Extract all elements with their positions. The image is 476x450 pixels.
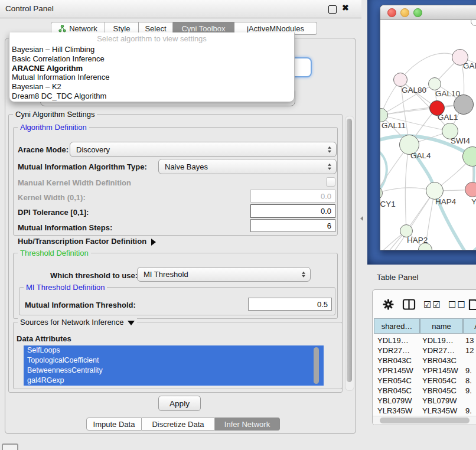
table-cell[interactable]: YDR27… [422,346,455,355]
algorithm-option[interactable]: Basic Correlation Inference [12,54,289,64]
algorithm-option[interactable]: Bayesian – Hill Climbing [12,45,289,54]
column-header-label: name [432,322,451,331]
list-item[interactable]: TopologicalCoefficient [24,356,324,366]
which-threshold-value: MI Threshold [144,270,188,279]
tab-impute-data-label: Impute Data [93,420,135,429]
control-panel-titlebar: Control Panel ✖ [0,0,361,18]
kernel-width-value: 0.0 [321,192,331,201]
mi-threshold-field[interactable]: 0.5 [248,298,332,311]
algorithm-option[interactable]: Bayesian – K2 [12,82,289,92]
export-table-icon[interactable] [468,298,476,314]
table-cell[interactable]: 12 [465,346,474,355]
tab-discretize-data[interactable]: Discretize Data [142,418,215,431]
tab-cyni-toolbox-label: Cyni Toolbox [181,24,225,33]
horizontal-scrollbar[interactable] [373,416,476,425]
list-item[interactable]: gal4RGexp [24,376,324,386]
settings-scrollbar[interactable] [345,116,354,391]
table-cell[interactable]: YPR145W [377,366,413,375]
table-cell[interactable]: YDL19… [422,336,454,345]
network-canvas[interactable]: GAL GAL80 GAL10 GAL1 GAL11 SWI4 GAL4 HAP… [380,20,476,250]
table-cell[interactable]: YBR043C [422,356,457,365]
column-header-clipped[interactable]: A [463,318,476,334]
network-window-titlebar[interactable] [380,5,476,20]
table-cell[interactable]: 13 [465,336,474,345]
algorithm-option-selected[interactable]: ARACNE Algorithm [12,64,289,73]
hub-definition-toggle[interactable]: Hub/Transcription Factor Definition [18,237,156,246]
hide-columns-icon[interactable]: ☐☐ [448,299,467,310]
apply-button-label: Apply [169,399,190,408]
settings-scrollbar-thumb[interactable] [347,119,352,382]
table-cell[interactable]: YLR345W [422,406,457,415]
mi-steps-label: Mutual Information Steps: [18,223,112,232]
float-window-icon[interactable] [328,5,337,14]
apply-button[interactable]: Apply [158,396,201,411]
tab-infer-network[interactable]: Infer Network [215,418,280,431]
table-cell[interactable]: 8. [465,376,472,385]
list-scrollbar-thumb[interactable] [314,347,319,384]
table-cell[interactable]: YBL079W [377,396,412,405]
algorithm-definition-title: Algorithm Definition [18,123,89,132]
mi-steps-field[interactable]: 6 [250,219,335,232]
table-cell[interactable]: YBR045C [377,386,412,395]
node-label: GAL4 [410,151,431,160]
close-icon[interactable]: ✖ [342,3,349,12]
sources-group-title[interactable]: Sources for Network Inference [18,318,137,327]
table-cell[interactable]: YPR145W [422,366,458,375]
table-cell[interactable]: YLR345W [377,406,412,415]
mi-type-combobox[interactable]: Naive Bayes [158,159,337,174]
horizontal-scrollbar-thumb[interactable] [380,418,470,423]
node-label: GAL1 [438,113,458,122]
mi-steps-value: 6 [327,221,331,230]
node-salmon[interactable] [465,182,476,197]
algorithm-option[interactable]: Mutual Information Inference [12,73,289,82]
which-threshold-combobox[interactable]: MI Threshold [137,267,311,282]
node-label: GCY1 [380,200,396,208]
table-cell[interactable]: YBR043C [377,356,412,365]
zoom-traffic-light[interactable] [413,8,422,17]
manual-kernel-checkbox[interactable] [326,177,335,187]
list-item[interactable]: SelfLoops [24,345,324,356]
data-attributes-list[interactable]: SelfLoops TopologicalCoefficient Between… [24,345,324,386]
table-cell[interactable]: YBL079W [422,396,457,405]
algorithm-option[interactable]: Dream8 DC_TDC Algorithm [12,92,289,101]
combo-stepper-icon [302,271,305,278]
show-selected-columns-icon[interactable]: ☑☑ [423,299,442,310]
dpi-tolerance-field[interactable]: 0.0 [250,204,335,218]
screen: Control Panel ✖ Network Style Select Cyn… [0,0,476,450]
table-cell[interactable]: YDR27… [377,346,410,355]
mi-type-value: Naive Bayes [165,162,208,171]
minimize-traffic-light[interactable] [400,8,409,17]
checked-box-icon: ☑ [423,299,432,309]
network-window[interactable]: GAL GAL80 GAL10 GAL1 GAL11 SWI4 GAL4 HAP… [380,5,476,250]
table-cell[interactable]: YDL19… [377,336,409,345]
kernel-width-field[interactable]: 0.0 [250,190,335,203]
column-header-shared[interactable]: shared… [374,318,420,334]
aracne-mode-label: Aracne Mode: [18,145,69,154]
node-gal10[interactable] [428,77,441,90]
kernel-width-label: Kernel Width (0,1): [18,193,86,202]
threshold-definition-title: Threshold Definition [18,249,91,257]
node-label: HAP4 [435,197,456,206]
tab-impute-data[interactable]: Impute Data [86,418,142,431]
mi-type-label: Mutual Information Algorithm Type: [18,162,147,171]
table-cell[interactable]: YBR045C [422,386,457,395]
table-cell[interactable]: 9. [465,406,472,415]
table-cell[interactable]: 9. [465,386,472,395]
unchecked-box-icon: ☐ [457,299,466,309]
close-traffic-light[interactable] [387,8,396,17]
column-header-name[interactable]: name [420,318,463,334]
split-columns-icon[interactable] [402,298,416,313]
list-item[interactable]: BetweennessCentrality [24,366,324,376]
table-cell[interactable]: YER054C [377,376,412,385]
mi-threshold-value: 0.5 [317,300,328,309]
table-cell[interactable]: YER054C [422,376,457,385]
expanded-arrow-icon [128,321,135,325]
node-gal80[interactable] [393,73,407,87]
panel-divider-grip[interactable] [360,216,363,221]
gear-icon[interactable] [382,298,395,313]
minimized-panel-icon[interactable] [2,444,18,450]
aracne-mode-combobox[interactable]: Discovery [70,142,337,157]
tab-style-label: Style [113,24,131,33]
node-label: Y [471,197,476,206]
table-cell[interactable]: 9. [465,366,472,375]
